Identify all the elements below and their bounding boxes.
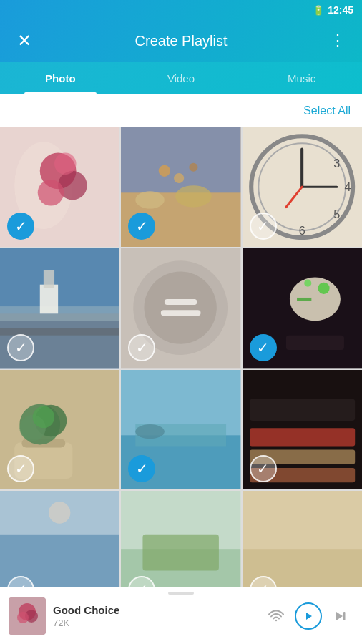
more-options-button[interactable]: ⋮: [325, 28, 351, 54]
bottom-player: Good Choice 72K: [0, 587, 362, 644]
svg-point-52: [136, 424, 165, 439]
svg-point-13: [174, 173, 184, 183]
checkmark-icon: ✓: [257, 462, 269, 476]
check-indicator: ✓: [250, 213, 277, 240]
player-info: Good Choice 72K: [53, 604, 263, 628]
photo-cell[interactable]: ✓: [121, 491, 240, 587]
svg-point-61: [49, 502, 70, 523]
player-title: Good Choice: [53, 604, 263, 616]
photo-cell[interactable]: ✓: [121, 248, 240, 368]
svg-text:5: 5: [333, 208, 340, 220]
check-indicator: ✓: [250, 334, 277, 361]
svg-rect-27: [40, 285, 58, 314]
svg-rect-67: [243, 491, 362, 549]
checkmark-icon: ✓: [15, 341, 27, 355]
photo-grid: ✓ ✓: [0, 127, 362, 587]
svg-rect-55: [250, 428, 355, 446]
play-button[interactable]: [295, 602, 322, 630]
page-title: Create Playlist: [37, 33, 325, 49]
svg-rect-33: [165, 299, 197, 305]
svg-point-5: [54, 152, 76, 174]
photo-cell[interactable]: ✓: [121, 127, 240, 247]
svg-point-10: [175, 185, 212, 207]
photo-cell[interactable]: ✓: [0, 491, 119, 587]
photo-cell[interactable]: ✓: [243, 491, 362, 587]
tab-photo[interactable]: Photo: [0, 62, 121, 94]
svg-rect-34: [161, 311, 201, 316]
player-subtitle: 72K: [53, 618, 263, 628]
next-button[interactable]: [328, 603, 353, 629]
svg-rect-76: [343, 612, 346, 620]
photo-cell[interactable]: ✓: [0, 248, 119, 368]
svg-marker-74: [306, 613, 312, 620]
svg-text:6: 6: [298, 224, 305, 237]
photo-cell[interactable]: ✓: [243, 370, 362, 489]
svg-rect-54: [250, 399, 355, 420]
photo-cell[interactable]: ✓: [0, 127, 119, 247]
checkmark-icon: ✓: [257, 341, 269, 355]
photo-cell[interactable]: 3 4 5 6 ✓: [243, 127, 362, 247]
select-all-button[interactable]: Select All: [303, 104, 351, 117]
svg-rect-65: [143, 535, 219, 571]
checkmark-icon: ✓: [257, 219, 269, 233]
checkmark-icon: ✓: [15, 462, 27, 476]
more-icon: ⋮: [330, 31, 346, 50]
wifi-icon[interactable]: [263, 603, 289, 629]
photo-cell[interactable]: ✓: [243, 248, 362, 368]
photo-cell[interactable]: ✓: [0, 370, 119, 489]
check-indicator: ✓: [128, 334, 155, 361]
battery-icon: 🔋: [313, 5, 324, 16]
photo-cell[interactable]: ✓: [121, 370, 240, 489]
tab-video[interactable]: Video: [121, 62, 242, 94]
checkmark-icon: ✓: [136, 341, 148, 355]
tab-bar: Photo Video Music: [0, 62, 362, 94]
svg-rect-28: [44, 270, 54, 288]
svg-point-73: [275, 619, 277, 620]
check-indicator: ✓: [250, 455, 277, 482]
player-thumbnail: [9, 597, 46, 635]
check-indicator: ✓: [7, 455, 34, 482]
svg-rect-37: [297, 298, 311, 301]
checkmark-icon: ✓: [136, 462, 148, 476]
svg-point-38: [318, 283, 329, 294]
photo-grid-container: ✓ ✓: [0, 127, 362, 587]
svg-point-39: [304, 280, 311, 287]
svg-point-12: [190, 163, 198, 172]
check-indicator: ✓: [7, 334, 34, 361]
svg-text:3: 3: [333, 157, 340, 170]
svg-point-32: [145, 272, 217, 344]
svg-point-47: [33, 406, 54, 427]
drag-handle: [168, 592, 194, 595]
checkmark-icon: ✓: [15, 219, 27, 233]
svg-rect-26: [0, 306, 119, 321]
svg-text:4: 4: [344, 180, 351, 193]
svg-rect-40: [286, 336, 344, 350]
player-controls: [263, 602, 353, 630]
status-time: 12:45: [328, 4, 353, 16]
tab-music[interactable]: Music: [241, 62, 362, 94]
close-icon: ✕: [17, 31, 31, 51]
svg-point-11: [159, 165, 170, 177]
svg-marker-75: [336, 612, 343, 620]
checkmark-icon: ✓: [136, 219, 148, 233]
select-all-bar: Select All: [0, 94, 362, 127]
svg-point-9: [136, 191, 165, 208]
status-bar: 🔋 12:45: [0, 0, 362, 20]
close-button[interactable]: ✕: [11, 28, 37, 54]
svg-point-72: [17, 612, 29, 623]
svg-point-4: [38, 180, 64, 206]
header: ✕ Create Playlist ⋮: [0, 20, 362, 62]
